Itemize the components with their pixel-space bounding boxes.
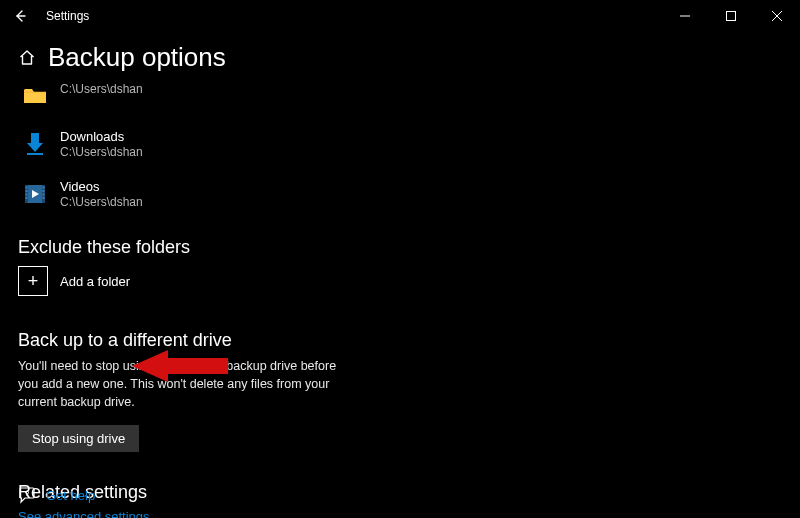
close-icon [772, 11, 782, 21]
back-arrow-icon [13, 9, 27, 23]
folder-name: Videos [60, 179, 143, 194]
get-help-label: Get help [46, 488, 95, 503]
svg-rect-10 [26, 187, 28, 189]
svg-text:?: ? [25, 489, 30, 498]
svg-rect-12 [26, 194, 28, 196]
related-heading: Related settings [18, 482, 780, 503]
minimize-button[interactable] [662, 0, 708, 32]
chat-help-icon: ? [18, 486, 36, 504]
folder-item[interactable]: Downloads C:\Users\dshan [18, 127, 780, 161]
app-title: Settings [46, 9, 89, 23]
plus-icon: + [18, 266, 48, 296]
svg-rect-16 [43, 194, 45, 196]
page-header: Backup options [0, 42, 800, 73]
svg-rect-15 [43, 190, 45, 192]
videos-icon [22, 181, 48, 207]
folder-item[interactable]: Videos C:\Users\dshan [18, 177, 780, 211]
page-title: Backup options [48, 42, 226, 73]
home-icon[interactable] [18, 49, 36, 67]
maximize-button[interactable] [708, 0, 754, 32]
window-controls [662, 0, 800, 32]
folder-name: Downloads [60, 129, 143, 144]
folder-path: C:\Users\dshan [60, 145, 143, 159]
folder-icon [22, 83, 48, 109]
close-button[interactable] [754, 0, 800, 32]
title-bar: Settings [0, 0, 800, 32]
back-button[interactable] [0, 0, 40, 32]
download-icon [22, 131, 48, 157]
folder-path: C:\Users\dshan [60, 195, 143, 209]
add-folder-label: Add a folder [60, 274, 130, 289]
svg-rect-6 [27, 153, 43, 155]
maximize-icon [726, 11, 736, 21]
svg-rect-2 [727, 12, 736, 21]
svg-rect-5 [31, 133, 39, 143]
folder-item[interactable]: C:\Users\dshan [18, 79, 780, 111]
folder-text: C:\Users\dshan [60, 81, 143, 96]
diff-drive-desc: You'll need to stop using your current b… [18, 357, 358, 411]
svg-rect-13 [26, 197, 28, 199]
folder-path: C:\Users\dshan [60, 82, 143, 96]
see-advanced-settings-link[interactable]: See advanced settings [18, 509, 150, 518]
content-area: C:\Users\dshan Downloads C:\Users\dshan [0, 79, 800, 518]
stop-using-drive-button[interactable]: Stop using drive [18, 425, 139, 452]
svg-rect-14 [43, 187, 45, 189]
get-help-link[interactable]: ? Get help [18, 486, 95, 504]
folder-text: Videos C:\Users\dshan [60, 179, 143, 209]
minimize-icon [680, 11, 690, 21]
diff-drive-heading: Back up to a different drive [18, 330, 780, 351]
exclude-heading: Exclude these folders [18, 237, 780, 258]
svg-rect-17 [43, 197, 45, 199]
add-folder-button[interactable]: + Add a folder [18, 266, 130, 296]
folder-text: Downloads C:\Users\dshan [60, 129, 143, 159]
svg-rect-11 [26, 190, 28, 192]
